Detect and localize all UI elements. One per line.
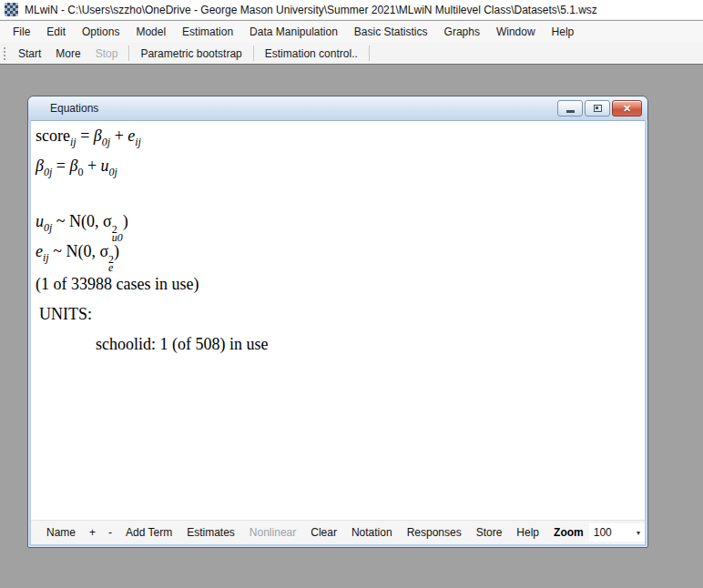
menu-graphs[interactable]: Graphs [436,22,488,42]
cases-in-use-text: (1 of 33988 cases in use) [31,275,199,294]
responses-button[interactable]: Responses [400,526,469,539]
nonlinear-button: Nonlinear [242,526,303,539]
equation-line-2: β0j = β0 + u0j [31,157,117,176]
equations-canvas[interactable]: scoreij = β0j + eij β0j = β0 + u0j u0j ~… [31,120,645,520]
toolbar-separator [128,46,129,61]
close-button[interactable]: ✕ [612,100,642,117]
help-button[interactable]: Help [509,526,546,539]
clear-button[interactable]: Clear [303,526,344,539]
notation-button[interactable]: Notation [344,526,400,539]
menu-basic-statistics[interactable]: Basic Statistics [346,22,436,42]
equation-line-1: scoreij = β0j + eij [31,127,141,146]
mdi-workspace: Equations ✕ scoreij = β0j + eij β0j = β0… [0,66,703,588]
app-title: MLwiN - C:\Users\szzho\OneDrive - George… [25,4,597,16]
menu-data-manipulation[interactable]: Data Manipulation [241,22,346,42]
equations-window-title: Equations [28,102,98,115]
units-label: UNITS: [31,305,92,324]
equation-line-4: eij ~ N(0, σ2e) [31,242,119,272]
restore-icon [594,105,602,112]
restore-button[interactable] [585,100,610,117]
minimize-icon [566,110,575,113]
toolbar-separator [253,46,254,61]
menu-window[interactable]: Window [488,22,544,42]
menu-help[interactable]: Help [544,22,583,42]
equation-line-3: u0j ~ N(0, σ2u0) [31,212,128,242]
add-term-button[interactable]: Add Term [118,526,179,539]
menubar: File Edit Options Model Estimation Data … [0,21,703,43]
equations-toolbar: Name + - Add Term Estimates Nonlinear Cl… [31,520,645,544]
chevron-down-icon: ▾ [637,529,640,537]
start-button[interactable]: Start [11,44,48,64]
menu-model[interactable]: Model [127,22,174,42]
zoom-value: 100 [594,526,612,539]
mlwin-application: MLwiN - C:\Users\szzho\OneDrive - George… [0,0,703,588]
estimation-control-button[interactable]: Estimation control.. [258,44,365,64]
mlwin-app-icon [5,3,18,16]
equations-titlebar[interactable]: Equations ✕ [28,96,647,120]
more-button[interactable]: More [48,44,87,64]
toolbar-separator [369,46,370,61]
menu-estimation[interactable]: Estimation [174,22,241,42]
stop-button: Stop [88,44,126,64]
toolbar-grip[interactable] [3,46,6,61]
minimize-button[interactable] [557,100,583,117]
menu-edit[interactable]: Edit [38,22,74,42]
add-button[interactable]: + [83,526,102,539]
equations-window[interactable]: Equations ✕ scoreij = β0j + eij β0j = β0… [27,96,648,548]
app-titlebar[interactable]: MLwiN - C:\Users\szzho\OneDrive - George… [0,0,703,20]
menu-file[interactable]: File [5,22,38,42]
menu-options[interactable]: Options [74,22,127,42]
store-button[interactable]: Store [469,526,510,539]
parametric-bootstrap-button[interactable]: Parametric bootstrap [133,44,249,64]
units-detail-text: schoolid: 1 (of 508) in use [31,335,268,354]
zoom-label: Zoom [546,526,587,539]
close-icon: ✕ [623,104,631,114]
estimates-button[interactable]: Estimates [179,526,242,539]
window-controls: ✕ [557,100,642,117]
zoom-level-select[interactable]: 100 ▾ [589,523,645,542]
estimation-toolbar: Start More Stop Parametric bootstrap Est… [0,43,703,65]
subtract-button[interactable]: - [102,526,118,539]
name-button[interactable]: Name [39,526,83,539]
